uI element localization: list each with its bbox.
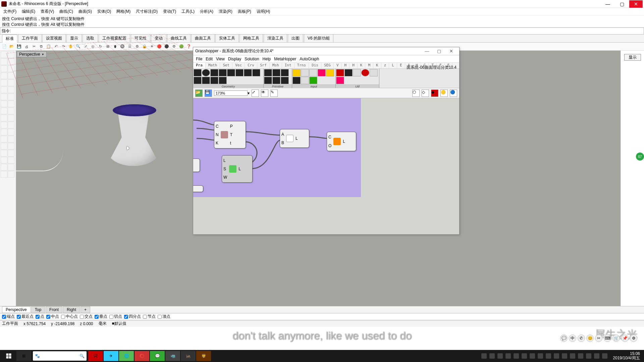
tab-standard[interactable]: 标准: [2, 35, 17, 43]
gh-zoom-control[interactable]: ▾: [214, 90, 250, 96]
port-out[interactable]: L: [296, 135, 298, 141]
bluetooth-icon[interactable]: [594, 353, 599, 359]
mirror-icon[interactable]: [8, 143, 14, 149]
taskbar-grasshopper[interactable]: 🦗: [181, 351, 196, 361]
menu-panel[interactable]: 面板(P): [236, 8, 253, 15]
menu-render[interactable]: 渲染(R): [217, 8, 234, 15]
gh-comp-icon[interactable]: [194, 69, 202, 76]
tab-mesh-tools[interactable]: 网格工具: [239, 34, 263, 42]
gh-sketch-icon[interactable]: ✎: [270, 89, 278, 97]
gh-node-partial[interactable]: [193, 159, 200, 172]
gh-menu-file[interactable]: File: [196, 57, 202, 61]
taskbar-search[interactable]: 🐾 🔍: [33, 351, 87, 361]
gh-canvas[interactable]: C N K P T t L S W L: [193, 98, 459, 234]
chevron-down-icon[interactable]: ▾: [248, 91, 250, 96]
gh-comp-icon[interactable]: [309, 77, 317, 84]
revolve-icon[interactable]: [1, 108, 7, 114]
gh-comp-icon[interactable]: [292, 69, 301, 76]
gh-comp-icon[interactable]: [210, 77, 218, 84]
menu-file[interactable]: 文件(F): [1, 8, 18, 15]
cylinder-icon[interactable]: [8, 94, 14, 100]
tray-icon[interactable]: [538, 353, 543, 359]
port-out[interactable]: L: [343, 138, 345, 144]
port-out[interactable]: t: [230, 140, 233, 146]
gh-comp-icon[interactable]: [202, 77, 210, 84]
gh-comp-icon[interactable]: [264, 69, 272, 76]
osnap-vertex[interactable]: 顶点: [158, 314, 170, 319]
osnap-quad[interactable]: 四分点: [124, 314, 141, 319]
gh-comp-icon[interactable]: [361, 69, 369, 76]
tray-icon[interactable]: [505, 353, 511, 359]
osnap-tan[interactable]: 切点: [109, 314, 122, 319]
gh-cat-crv[interactable]: Crv: [245, 63, 257, 68]
gh-menu-edit[interactable]: Edit: [206, 57, 213, 61]
boolean-icon[interactable]: [8, 115, 14, 121]
gh-comp-icon[interactable]: [235, 69, 244, 76]
viewport-tab-right[interactable]: Right: [63, 306, 80, 313]
open-icon[interactable]: 📂: [9, 44, 15, 50]
curve-icon[interactable]: [8, 79, 14, 86]
menu-surface[interactable]: 曲面(S): [76, 8, 94, 15]
tray-icon[interactable]: [546, 353, 551, 359]
osnap-cen[interactable]: 中心点: [61, 314, 78, 319]
gh-cat-plugin[interactable]: H: [350, 63, 358, 68]
tool-icon[interactable]: 😊: [586, 335, 594, 342]
display-panel-button[interactable]: 显示: [624, 54, 641, 61]
gh-cat-vec[interactable]: Vec: [232, 63, 245, 68]
tray-icon[interactable]: [497, 353, 503, 359]
gh-node-loft[interactable]: C O L: [327, 132, 356, 151]
gh-comp-icon[interactable]: [301, 69, 309, 76]
gh-comp-icon[interactable]: [344, 69, 353, 76]
notification-badge[interactable]: 67: [636, 153, 644, 161]
gh-menu-metahopper[interactable]: MetaHopper: [274, 57, 296, 61]
gh-cat-int[interactable]: Int: [282, 63, 294, 68]
gh-comp-icon[interactable]: [281, 69, 289, 76]
gh-menu-display[interactable]: Display: [228, 57, 241, 61]
gh-menu-autograph[interactable]: AutoGraph: [300, 57, 319, 61]
gh-comp-icon[interactable]: [336, 69, 344, 76]
gh-comp-icon[interactable]: [252, 69, 260, 76]
osnap-perp[interactable]: 垂点: [95, 314, 107, 319]
gh-cat-plugin[interactable]: E: [397, 63, 405, 68]
port-in[interactable]: C: [216, 123, 219, 129]
command-input[interactable]: [11, 29, 642, 34]
viewport-tab-top[interactable]: Top: [31, 306, 45, 313]
gh-comp-icon[interactable]: [210, 69, 218, 76]
taskbar-app[interactable]: 🌐: [119, 351, 134, 361]
extrude-icon[interactable]: [8, 101, 14, 107]
osnap-knot[interactable]: 节点: [143, 314, 156, 319]
gh-node-evaluate-curve[interactable]: C N K P T t: [214, 121, 246, 148]
gh-cat-seg[interactable]: SEG: [321, 63, 334, 68]
port-out[interactable]: L: [238, 166, 241, 172]
gh-comp-icon[interactable]: [219, 69, 227, 76]
osnap-near[interactable]: 最近点: [17, 314, 34, 319]
tab-drafting[interactable]: 出图: [288, 34, 303, 42]
hatch-icon[interactable]: [1, 171, 7, 178]
taskbar-app[interactable]: 🦁: [196, 351, 211, 361]
sphere-solid-icon[interactable]: [1, 94, 7, 100]
gh-comp-icon[interactable]: [202, 69, 210, 76]
osnap-mid[interactable]: 中点: [46, 314, 59, 319]
gh-node-shift-list[interactable]: L S W L: [222, 155, 253, 183]
gh-zoom-fit-icon[interactable]: ⤢: [252, 89, 259, 97]
gh-menu-solution[interactable]: Solution: [245, 57, 259, 61]
tab-setview[interactable]: 设置视图: [42, 34, 66, 42]
maximize-button[interactable]: ▢: [615, 0, 629, 8]
gh-cat-plugin[interactable]: H: [342, 63, 350, 68]
port-in[interactable]: B: [281, 140, 284, 146]
battery-icon[interactable]: [602, 353, 607, 359]
tool-icon[interactable]: ✆: [578, 335, 585, 342]
status-plane[interactable]: 工作平面: [2, 321, 18, 326]
volume-icon[interactable]: [586, 353, 591, 359]
tab-surface-tools[interactable]: 曲面工具: [191, 34, 215, 42]
gh-comp-icon[interactable]: [309, 69, 317, 76]
minimize-button[interactable]: —: [601, 0, 614, 8]
status-unit[interactable]: 毫米: [99, 321, 107, 326]
gh-comp-icon[interactable]: [227, 69, 235, 76]
gh-cat-math[interactable]: Math: [206, 63, 220, 68]
tab-render-tools[interactable]: 渲染工具: [264, 34, 287, 42]
menu-mesh[interactable]: 网格(M): [114, 8, 132, 15]
gh-open-icon[interactable]: 📂: [195, 89, 203, 97]
chevron-down-icon[interactable]: ▼: [42, 53, 44, 56]
port-in[interactable]: C: [328, 134, 331, 140]
